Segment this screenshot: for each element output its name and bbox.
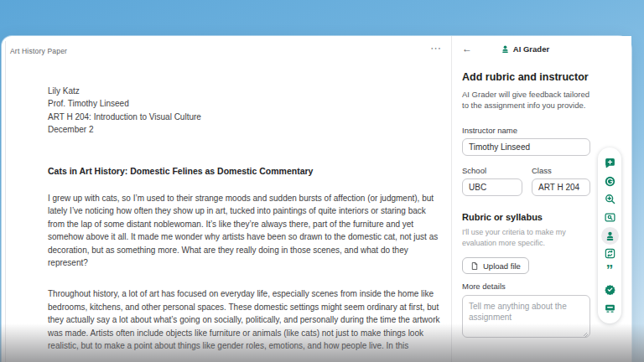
upload-file-button[interactable]: Upload file	[462, 257, 529, 274]
more-details-wrap	[462, 295, 590, 341]
more-details-textarea[interactable]	[462, 295, 590, 338]
doc-header-line: ART H 204: Introduction to Visual Cultur…	[48, 111, 440, 123]
proofread-check-icon[interactable]	[601, 281, 619, 298]
document-editor[interactable]: Art History Paper ⋯ Lily Katz Prof. Timo…	[2, 36, 451, 362]
grammarly-logo-icon[interactable]	[601, 173, 619, 190]
citations-glyph: ”	[606, 266, 614, 277]
editor-window: Art History Paper ⋯ Lily Katz Prof. Timo…	[2, 36, 631, 362]
class-label: Class	[532, 166, 590, 175]
essay-title: Cats in Art History: Domestic Felines as…	[48, 165, 440, 178]
citations-icon[interactable]: ”	[601, 263, 619, 281]
doc-header-line: Prof. Timothy Linseed	[48, 97, 440, 110]
doc-header-line: Lily Katz	[48, 85, 440, 97]
rubric-hint: I'll use your criteria to make my evalua…	[462, 227, 595, 248]
plagiarism-check-icon[interactable]	[601, 209, 619, 226]
search-plus-icon[interactable]	[601, 190, 619, 208]
panel-header: ← AI Grader	[452, 36, 631, 61]
more-options-icon[interactable]: ⋯	[430, 43, 442, 54]
upload-file-label: Upload file	[483, 261, 521, 271]
desktop-background: Art History Paper ⋯ Lily Katz Prof. Timo…	[0, 0, 644, 362]
panel-body: Add rubric and instructor AI Grader will…	[452, 61, 601, 341]
school-input[interactable]	[462, 178, 522, 196]
school-label: School	[462, 166, 522, 175]
instructor-name-input[interactable]	[462, 138, 590, 156]
comment-add-icon[interactable]	[601, 154, 619, 172]
keyboard-icon[interactable]	[601, 299, 619, 317]
grammarly-toolbar: ”	[598, 147, 621, 323]
ai-grader-person-icon	[501, 44, 510, 54]
document-title: Art History Paper	[10, 47, 67, 55]
panel-subtitle: AI Grader will give feedback tailored to…	[462, 89, 596, 111]
class-input[interactable]	[532, 178, 590, 196]
essay-paragraph: Throughout history, a lot of art has foc…	[48, 287, 440, 352]
panel-title-group: AI Grader	[452, 36, 598, 61]
ai-grader-icon[interactable]	[601, 227, 619, 245]
more-details-label: More details	[462, 282, 601, 291]
school-field-group: School	[462, 166, 522, 196]
panel-heading: Add rubric and instructor	[462, 71, 601, 83]
instructor-name-label: Instructor name	[462, 126, 601, 135]
file-icon	[470, 261, 479, 271]
doc-header-line: December 2	[48, 123, 440, 136]
essay-paragraph: I grew up with cats, so I’m used to thei…	[48, 192, 440, 269]
document-header-block: Lily Katz Prof. Timothy Linseed ART H 20…	[48, 85, 440, 137]
rubric-heading: Rubric or syllabus	[462, 212, 601, 222]
class-field-group: Class	[532, 166, 590, 196]
document-content[interactable]: Lily Katz Prof. Timothy Linseed ART H 20…	[48, 85, 440, 362]
panel-title: AI Grader	[513, 44, 549, 54]
school-class-row: School Class	[462, 166, 601, 196]
paraphrase-icon[interactable]	[601, 245, 619, 262]
